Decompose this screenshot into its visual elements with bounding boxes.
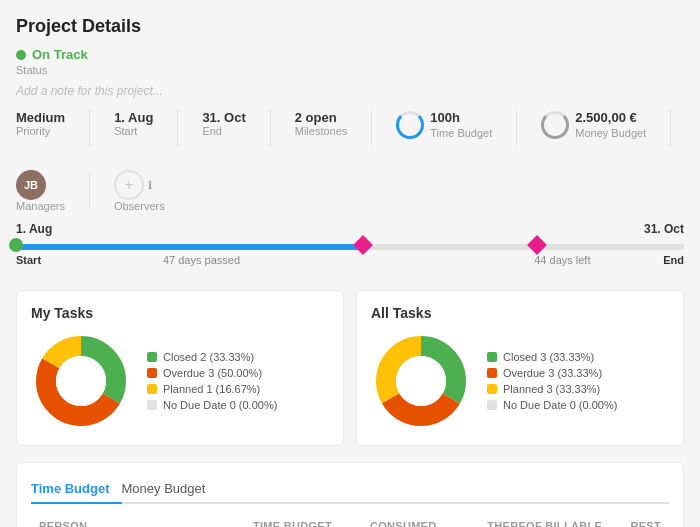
- charts-row: My Tasks Closed 2: [16, 290, 684, 446]
- tab-time-budget[interactable]: Time Budget: [31, 477, 122, 504]
- timeline-left-text: 44 days left: [534, 254, 590, 266]
- money-budget-icon: [541, 111, 569, 139]
- col-billable: THEREOF BILLABLE: [444, 516, 610, 527]
- meta-divider-4: [371, 110, 372, 146]
- all-tasks-legend: Closed 3 (33.33%) Overdue 3 (33.33%) Pla…: [487, 351, 617, 411]
- timeline-section: 1. Aug 31. Oct Start 47 days passed 44 d…: [16, 222, 684, 274]
- timeline-end-sub: End: [663, 254, 684, 266]
- all-legend-overdue-dot: [487, 368, 497, 378]
- note-input[interactable]: Add a note for this project...: [16, 84, 684, 98]
- status-section: On Track: [16, 47, 684, 62]
- legend-closed: Closed 2 (33.33%): [147, 351, 277, 363]
- tab-money-budget[interactable]: Money Budget: [122, 477, 218, 504]
- all-legend-no-due-label: No Due Date 0 (0.00%): [503, 399, 617, 411]
- legend-overdue: Overdue 3 (50.00%): [147, 367, 277, 379]
- meta-divider-6: [670, 110, 671, 146]
- timeline-bar: [16, 244, 684, 250]
- meta-end: 31. Oct End: [202, 110, 245, 137]
- all-legend-no-due: No Due Date 0 (0.00%): [487, 399, 617, 411]
- meta-managers: JB Managers: [16, 170, 65, 212]
- all-tasks-donut: [371, 331, 471, 431]
- all-legend-overdue-label: Overdue 3 (33.33%): [503, 367, 602, 379]
- all-legend-planned: Planned 3 (33.33%): [487, 383, 617, 395]
- svg-point-3: [56, 356, 106, 406]
- meta-divider-3: [270, 110, 271, 146]
- meta-milestones: 2 open Milestones: [295, 110, 348, 137]
- observers-info-icon: ℹ: [148, 179, 152, 192]
- timeline-end-label: 31. Oct: [644, 222, 684, 236]
- legend-closed-label: Closed 2 (33.33%): [163, 351, 254, 363]
- all-legend-no-due-dot: [487, 400, 497, 410]
- legend-overdue-label: Overdue 3 (50.00%): [163, 367, 262, 379]
- col-rest: REST: [610, 516, 669, 527]
- all-tasks-title: All Tasks: [371, 305, 669, 321]
- add-observer-icon[interactable]: +: [114, 170, 144, 200]
- col-consumed: CONSUMED: [340, 516, 445, 527]
- all-legend-overdue: Overdue 3 (33.33%): [487, 367, 617, 379]
- budget-section: Time Budget Money Budget PERSON TIME BUD…: [16, 462, 684, 527]
- all-tasks-card: All Tasks Closed: [356, 290, 684, 446]
- status-dot: [16, 50, 26, 60]
- legend-planned: Planned 1 (16.67%): [147, 383, 277, 395]
- meta-divider-2: [177, 110, 178, 146]
- all-legend-planned-dot: [487, 384, 497, 394]
- timeline-fill: [16, 244, 363, 250]
- all-legend-closed: Closed 3 (33.33%): [487, 351, 617, 363]
- legend-no-due-label: No Due Date 0 (0.00%): [163, 399, 277, 411]
- budget-table: PERSON TIME BUDGET CONSUMED THEREOF BILL…: [31, 516, 669, 527]
- legend-closed-dot: [147, 352, 157, 362]
- status-text: On Track: [32, 47, 88, 62]
- col-time-budget: TIME BUDGET: [220, 516, 340, 527]
- meta-divider: [89, 110, 90, 146]
- legend-no-due-dot: [147, 400, 157, 410]
- budget-tabs: Time Budget Money Budget: [31, 477, 669, 504]
- meta-time-budget: 100h Time Budget: [396, 110, 492, 140]
- col-person: PERSON: [31, 516, 220, 527]
- svg-point-7: [396, 356, 446, 406]
- time-budget-icon: [396, 111, 424, 139]
- my-tasks-legend: Closed 2 (33.33%) Overdue 3 (50.00%) Pla…: [147, 351, 277, 411]
- all-legend-closed-label: Closed 3 (33.33%): [503, 351, 594, 363]
- project-details-page: Project Details On Track Status Add a no…: [0, 0, 700, 527]
- timeline-start-marker: [9, 238, 23, 252]
- meta-money-budget: 2.500,00 € Money Budget: [541, 110, 646, 140]
- legend-planned-label: Planned 1 (16.67%): [163, 383, 260, 395]
- manager-avatar: JB: [16, 170, 46, 200]
- legend-overdue-dot: [147, 368, 157, 378]
- meta-observers: + ℹ Observers: [114, 170, 165, 212]
- page-title: Project Details: [16, 16, 684, 37]
- timeline-milestone-1: [353, 235, 373, 255]
- timeline-start-label: 1. Aug: [16, 222, 52, 236]
- timeline-start-sub: Start: [16, 254, 41, 266]
- all-tasks-content: Closed 3 (33.33%) Overdue 3 (33.33%) Pla…: [371, 331, 669, 431]
- timeline-passed-text: 47 days passed: [163, 254, 240, 266]
- my-tasks-content: Closed 2 (33.33%) Overdue 3 (50.00%) Pla…: [31, 331, 329, 431]
- legend-planned-dot: [147, 384, 157, 394]
- all-legend-closed-dot: [487, 352, 497, 362]
- all-legend-planned-label: Planned 3 (33.33%): [503, 383, 600, 395]
- meta-start: 1. Aug Start: [114, 110, 153, 137]
- timeline-milestone-2: [527, 235, 547, 255]
- meta-divider-7: [89, 173, 90, 209]
- meta-row: Medium Priority 1. Aug Start 31. Oct End…: [16, 110, 684, 212]
- table-header-row: PERSON TIME BUDGET CONSUMED THEREOF BILL…: [31, 516, 669, 527]
- legend-no-due: No Due Date 0 (0.00%): [147, 399, 277, 411]
- my-tasks-card: My Tasks Closed 2: [16, 290, 344, 446]
- meta-priority: Medium Priority: [16, 110, 65, 137]
- meta-divider-5: [516, 110, 517, 146]
- my-tasks-donut: [31, 331, 131, 431]
- status-label: Status: [16, 64, 684, 76]
- my-tasks-title: My Tasks: [31, 305, 329, 321]
